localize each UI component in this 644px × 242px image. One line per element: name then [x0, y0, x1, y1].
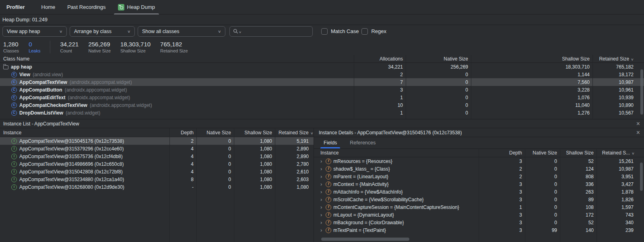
native-size-cell: 0 [197, 154, 234, 159]
instance-row[interactable]: AppCompatTextView@315379296 (0x12cc4e60)… [0, 145, 314, 152]
class-row[interactable]: View (android.view) 2 0 1,144 18,172 [0, 71, 644, 78]
depth-cell: 2 [170, 138, 197, 144]
expand-chevron-icon[interactable]: › [320, 227, 322, 233]
depth-cell: 3 [479, 159, 525, 164]
column-divider [597, 149, 597, 242]
field-row[interactable]: › mLayout = {DynamicLayout} 3 0 172 743 [314, 211, 644, 219]
class-row[interactable]: AppCompatTextView (androidx.appcompat.wi… [0, 78, 644, 86]
regex-checkbox[interactable]: Regex [361, 28, 386, 35]
field-row[interactable]: › mScrollCache = {View$ScrollabilityCach… [314, 196, 644, 203]
column-divider [479, 149, 479, 242]
stat-label: Native Size [88, 48, 111, 53]
regex-label: Regex [371, 28, 386, 34]
column-header-depth[interactable]: Depth [170, 130, 197, 136]
heap-scope-dropdown[interactable]: View app heap ∨ [2, 26, 67, 37]
instance-row[interactable]: AppCompatTextView@315045176 (0x12c73538)… [0, 137, 314, 145]
instance-details-horizontal-scrollbar[interactable] [321, 238, 409, 241]
instance-name-cell: AppCompatTextView@314986696 (0x12c650c8) [0, 161, 170, 167]
field-icon [326, 212, 331, 218]
arrange-by-dropdown[interactable]: Arrange by class ∨ [70, 26, 135, 37]
native-size-cell: 0 [197, 169, 234, 175]
column-header-shallow-size[interactable]: Shallow Size [234, 130, 275, 136]
column-header-native-size[interactable]: Native Size [406, 56, 471, 62]
stat-label: Retained Size [160, 48, 188, 53]
column-header-native-size[interactable]: Native Size [197, 130, 234, 136]
instance-icon [11, 169, 17, 175]
instance-row[interactable]: AppCompatTextView@315575736 (0x12cf4db8)… [0, 152, 314, 160]
field-icon [326, 189, 331, 195]
close-icon[interactable]: × [636, 121, 640, 127]
tab-past-recordings[interactable]: Past Recordings [61, 0, 111, 15]
field-row[interactable]: › mAttachInfo = {View$AttachInfo} 3 0 26… [314, 188, 644, 196]
stat-value: 765,182 [160, 41, 188, 48]
instance-icon [11, 161, 17, 167]
retained-size-cell: 2,610 [275, 169, 314, 175]
class-name-cell: View (android.view) [0, 72, 354, 77]
native-size-cell: 0 [525, 182, 560, 187]
expand-chevron-icon[interactable]: › [320, 212, 322, 218]
profiler-heap-dump-window: Profiler Home Past Recordings Heap Dump … [0, 0, 644, 242]
instance-details-header: Instance Depth Native Size Shallow Size … [314, 149, 644, 157]
field-row[interactable]: › mContext = {MainActivity} 3 0 336 3,42… [314, 180, 644, 188]
column-header-retained-size[interactable]: Retained Size∨ [275, 130, 314, 136]
field-icon [326, 182, 331, 187]
field-row[interactable]: › shadow$_klass_ = {Class} 2 0 124 10,98… [314, 165, 644, 173]
field-name-cell: › mAttachInfo = {View$AttachInfo} [314, 189, 479, 195]
shallow-size-cell: 1,080 [234, 138, 275, 144]
expand-chevron-icon[interactable]: › [320, 173, 322, 179]
retained-size-cell: 340 [597, 220, 644, 225]
field-row[interactable]: › mParent = {LinearLayout} 2 0 808 3,951 [314, 173, 644, 180]
class-filter-dropdown[interactable]: Show all classes ∨ [138, 26, 225, 37]
expand-chevron-icon[interactable]: › [320, 196, 322, 202]
expand-chevron-icon[interactable]: › [320, 189, 322, 195]
expand-chevron-icon[interactable]: › [320, 158, 322, 164]
match-case-checkbox[interactable]: Match Case [321, 28, 359, 35]
column-header-retained-size-label: Retained Size [279, 130, 309, 136]
class-icon [11, 87, 17, 93]
column-header-shallow-size[interactable]: Shallow Size [560, 150, 597, 156]
instance-row[interactable]: AppCompatTextView@315042808 (0x12c72bf8)… [0, 168, 314, 175]
instance-row[interactable]: AppCompatTextView@314986696 (0x12c650c8)… [0, 160, 314, 168]
field-icon [326, 174, 331, 179]
class-row[interactable]: AppCompatEditText (androidx.appcompat.wi… [0, 94, 644, 101]
tab-fields[interactable]: Fields [320, 137, 340, 148]
close-icon[interactable]: × [636, 129, 640, 136]
instance-details-vertical-scrollbar[interactable] [640, 163, 643, 191]
class-package: (androidx.appcompat.widget) [70, 79, 132, 85]
column-header-shallow-size[interactable]: Shallow Size [471, 56, 593, 62]
shallow-size-cell: 1,080 [234, 184, 275, 190]
field-row[interactable]: › mContentCaptureSession = {MainContentC… [314, 203, 644, 211]
column-header-retained-size[interactable]: Retained Size∨ [593, 56, 644, 62]
instance-name-cell: AppCompatTextView@315042808 (0x12c72bf8) [0, 169, 170, 175]
tab-home[interactable]: Home [35, 0, 62, 15]
expand-chevron-icon[interactable]: › [320, 219, 322, 225]
native-size-cell: 0 [406, 72, 471, 77]
field-name: mBackground = {ColorDrawable} [333, 220, 404, 225]
chevron-down-icon: ∨ [59, 29, 63, 33]
expand-chevron-icon[interactable]: › [320, 204, 322, 210]
expand-chevron-icon[interactable]: › [320, 181, 322, 187]
shallow-size-cell: 1,080 [234, 169, 275, 175]
column-header-class-name[interactable]: Class Name [0, 56, 354, 62]
field-row[interactable]: › mTextPaint = {TextPaint} 3 99 140 239 [314, 226, 644, 234]
column-header-allocations[interactable]: Allocations [354, 56, 406, 62]
class-row[interactable]: AppCompatCheckedTextView (androidx.appco… [0, 101, 644, 109]
instance-row[interactable]: AppCompatTextView@316268080 (0x12d9de30)… [0, 183, 314, 191]
tab-heap-dump[interactable]: Heap Dump [112, 0, 161, 15]
column-header-instance[interactable]: Instance [314, 150, 479, 156]
field-row[interactable]: › mResources = {Resources} 3 0 52 15,261 [314, 157, 644, 165]
instance-row[interactable]: AppCompatTextView@315234880 (0x12ca1a40)… [0, 175, 314, 183]
column-header-native-size[interactable]: Native Size [525, 150, 560, 156]
column-header-depth[interactable]: Depth [479, 150, 525, 156]
column-header-instance[interactable]: Instance [0, 130, 170, 136]
class-row[interactable]: app heap 34,221 256,269 18,303,710 765,1… [0, 63, 644, 71]
field-row[interactable]: › mBackground = {ColorDrawable} 3 0 52 3… [314, 219, 644, 226]
class-table-vertical-scrollbar[interactable] [640, 69, 643, 115]
column-header-retained-size[interactable]: Retained S...∨ [597, 150, 644, 156]
class-row[interactable]: AppCompatButton (androidx.appcompat.widg… [0, 86, 644, 94]
class-row[interactable]: DropDownListView (android.widget) 1 0 1,… [0, 109, 644, 117]
expand-chevron-icon[interactable]: › [320, 166, 322, 172]
tab-references[interactable]: References [347, 137, 379, 148]
search-input[interactable]: ∨ [229, 26, 313, 37]
native-size-cell: 0 [525, 159, 560, 164]
